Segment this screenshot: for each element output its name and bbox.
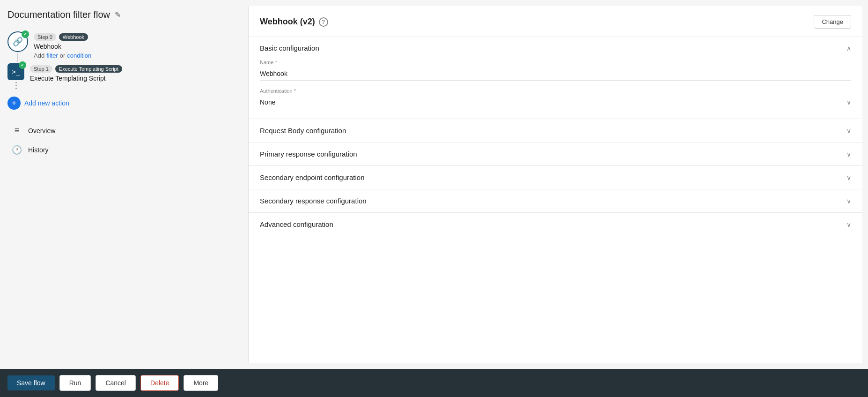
flow-title-row: Documentation filter flow ✎ [7,9,241,20]
step1-content: Step 1 Execute Templating Script Execute… [30,63,241,82]
step0-badges: Step 0 Webhook [34,33,241,41]
auth-select-row[interactable]: None ∨ [260,96,851,109]
nav-section: ≡ Overview 🕐 History [7,121,241,160]
step-check-execute: ✓ [19,61,26,69]
history-label: History [28,146,49,154]
flow-title: Documentation filter flow [7,9,110,20]
edit-icon[interactable]: ✎ [115,10,121,19]
add-text: Add [34,52,44,59]
step1-badges: Step 1 Execute Templating Script [30,65,241,73]
run-button[interactable]: Run [59,375,91,391]
condition-link[interactable]: condition [67,52,91,59]
section-primary-response-title: Primary response configuration [260,150,357,158]
step0-label: Webhook [34,43,241,50]
section-secondary-response-title: Secondary response configuration [260,197,367,205]
step0-content: Step 0 Webhook Webhook Add filter or con… [34,31,241,61]
section-basic-chevron: ∧ [846,45,851,52]
section-request-body: Request Body configuration ∨ [249,119,862,142]
section-request-body-header[interactable]: Request Body configuration ∨ [249,119,862,142]
bottom-bar: Save flow Run Cancel Delete More [0,369,868,397]
dot1 [15,82,17,83]
section-secondary-response: Secondary response configuration ∨ [249,189,862,213]
right-title: Webhook (v2) [260,17,315,27]
dot3 [15,88,17,89]
section-basic-body: Name * Webhook Authentication * None ∨ [249,60,862,119]
section-advanced: Advanced configuration ∨ [249,213,862,236]
step1-label: Execute Templating Script [30,75,241,82]
connector-line-1 [17,53,18,62]
more-button[interactable]: More [184,375,218,391]
step-check-webhook: ✓ [22,30,29,38]
add-new-action-row[interactable]: + Add new action [7,97,241,110]
step0-badge-step: Step 0 [34,33,56,41]
filter-link[interactable]: filter [46,52,58,59]
help-icon[interactable]: ? [319,17,328,27]
overview-icon: ≡ [11,126,22,135]
right-title-row: Webhook (v2) ? [260,17,328,27]
auth-field-label: Authentication * [260,88,851,94]
section-basic-title: Basic configuration [260,44,319,52]
step1-badge-type: Execute Templating Script [55,65,122,73]
sidebar-item-overview[interactable]: ≡ Overview [7,121,241,140]
flow-steps: 🔗 ✓ Step 0 Webhook Webhook Add filter or [7,31,241,110]
step1-badge-step: Step 1 [30,65,52,73]
name-field-label: Name * [260,60,851,65]
section-primary-response-chevron: ∨ [846,150,851,158]
cancel-button[interactable]: Cancel [96,375,136,391]
step-item-execute: >_ ✓ Step 1 Execute Templating Script Ex… [7,63,241,91]
right-panel: Webhook (v2) ? Change Basic configuratio… [248,6,862,363]
section-primary-response: Primary response configuration ∨ [249,142,862,166]
section-secondary-response-header[interactable]: Secondary response configuration ∨ [249,189,862,212]
step-icon-webhook[interactable]: 🔗 ✓ [7,31,28,52]
step-icon-col-webhook: 🔗 ✓ [7,31,28,63]
section-basic-header[interactable]: Basic configuration ∧ [249,37,862,60]
overview-label: Overview [28,127,55,135]
webhook-icon: 🔗 [13,37,23,47]
or-text: or [60,52,66,59]
connector-dots [15,82,17,89]
section-advanced-header[interactable]: Advanced configuration ∨ [249,213,862,236]
right-header: Webhook (v2) ? Change [249,6,862,37]
section-basic: Basic configuration ∧ Name * Webhook Aut… [249,37,862,119]
add-new-label: Add new action [24,99,69,107]
auth-select-value: None [260,98,275,106]
dot2 [15,85,17,86]
execute-icon: >_ [12,68,20,75]
step-item-webhook: 🔗 ✓ Step 0 Webhook Webhook Add filter or [7,31,241,63]
section-secondary-response-chevron: ∨ [846,197,851,205]
section-secondary-endpoint-title: Secondary endpoint configuration [260,173,365,181]
section-primary-response-header[interactable]: Primary response configuration ∨ [249,142,862,165]
section-secondary-endpoint-chevron: ∨ [846,174,851,181]
section-secondary-endpoint: Secondary endpoint configuration ∨ [249,166,862,189]
section-request-body-title: Request Body configuration [260,127,346,135]
auth-select-arrow: ∨ [846,98,851,106]
delete-button[interactable]: Delete [140,375,179,391]
add-filter-row: Add filter or condition [34,52,241,59]
step-icon-execute[interactable]: >_ ✓ [7,63,24,80]
step-icon-col-execute: >_ ✓ [7,63,24,91]
section-advanced-title: Advanced configuration [260,220,333,228]
section-request-body-chevron: ∨ [846,127,851,135]
section-secondary-endpoint-header[interactable]: Secondary endpoint configuration ∨ [249,166,862,189]
change-button[interactable]: Change [814,15,851,29]
step0-badge-type: Webhook [59,33,88,41]
section-advanced-chevron: ∨ [846,221,851,228]
save-flow-button[interactable]: Save flow [7,375,55,390]
sidebar-item-history[interactable]: 🕐 History [7,140,241,160]
name-field-value[interactable]: Webhook [260,67,851,81]
history-icon: 🕐 [11,145,22,155]
left-panel: Documentation filter flow ✎ 🔗 ✓ Step 0 W… [0,0,248,369]
add-action-btn[interactable]: + [7,97,21,110]
